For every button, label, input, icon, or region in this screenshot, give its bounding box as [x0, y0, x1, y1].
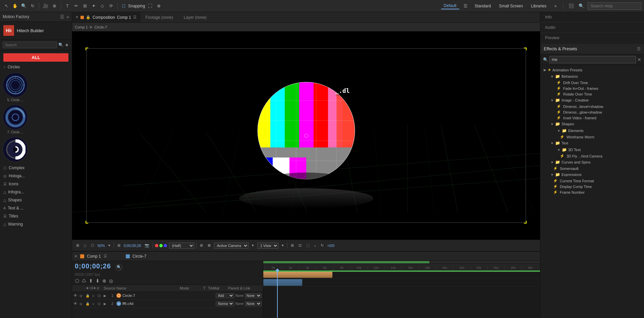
settings-icon[interactable]: ⬛	[568, 2, 575, 10]
category-item-infogra[interactable]: △ Infogra...	[0, 188, 72, 196]
bevel-shadow-item[interactable]: ⚡ Dimensi...bevel+shadow	[544, 104, 644, 109]
quality-select[interactable]: (Half) (Full) (Quarter)	[169, 243, 194, 249]
fade-in-out-item[interactable]: ⚡ Fade In+Out - frames	[544, 85, 644, 91]
breadcrumb-comp[interactable]: Comp 1	[75, 25, 88, 29]
audio-db[interactable]: +0/0	[327, 244, 334, 248]
help-search-input[interactable]	[588, 2, 641, 10]
rp-tab-audio[interactable]: Audio	[540, 22, 644, 33]
layer2-none-select[interactable]: None	[245, 301, 262, 306]
effects-search-input[interactable]	[549, 56, 636, 63]
rp-tab-info[interactable]: Info	[540, 12, 644, 22]
current-time[interactable]: 0;00;00;26	[75, 262, 111, 270]
hand-tool-icon[interactable]: ✋	[11, 2, 19, 10]
camera-tool-icon[interactable]: 🎥	[42, 2, 49, 10]
timeline-menu-icon[interactable]: ☰	[104, 254, 107, 258]
workspace-standard-btn[interactable]: Standard	[472, 3, 494, 9]
favorites-star-icon[interactable]: ★	[65, 42, 69, 48]
playhead[interactable]	[277, 270, 278, 318]
camera-dropdown-btn[interactable]: ▾	[251, 243, 255, 248]
rp-tab-preview[interactable]: Preview	[540, 33, 644, 43]
thumb-item-8[interactable]	[3, 137, 28, 163]
clip-layer1-main[interactable]	[263, 271, 332, 278]
viewport-3d-btn[interactable]: ⬡	[90, 243, 96, 248]
layer1-mode-select[interactable]: Add Normal	[216, 293, 234, 298]
thumb-item-5[interactable]: 5. Circle ...	[3, 72, 28, 102]
pen-tool-icon[interactable]: T	[64, 2, 71, 10]
snapping-options-icon[interactable]: ⛶	[147, 2, 154, 10]
workspace-small-screen-btn[interactable]: Small Screen	[496, 3, 526, 9]
fit-btn[interactable]: ⊞	[116, 243, 122, 248]
snapping-checkbox[interactable]: ☐	[120, 4, 127, 8]
audio-btn[interactable]: ♪	[313, 243, 318, 248]
3dfly-item[interactable]: ⚡ 3D Fly ...hind Camera	[550, 153, 644, 159]
timecode-value[interactable]: 0;00;00;26	[124, 244, 141, 248]
transparency-btn[interactable]: ⊞	[199, 243, 204, 248]
more-workspaces-icon[interactable]: »	[552, 2, 559, 10]
current-time-format-item[interactable]: ⚡ Current Time Format	[544, 178, 644, 184]
clone-tool-icon[interactable]: ✦	[90, 2, 97, 10]
glow-shadow-item[interactable]: ⚡ Dimensi...glow+shadow	[544, 109, 644, 115]
puppet-tool-icon[interactable]: ⟳	[107, 2, 115, 10]
tl-extract-btn[interactable]: ⬇	[95, 278, 100, 284]
composition-tab[interactable]: ✕ 🔒 Composition Comp 1 ☰	[72, 12, 140, 22]
workspace-options-icon[interactable]: ☰	[462, 2, 469, 10]
layer1-3d-icon[interactable]: ⬡	[98, 294, 102, 298]
overlay-btn[interactable]: ⬚	[305, 243, 311, 248]
wireframe-btn[interactable]: ⊡	[297, 243, 303, 248]
panel-menu-btn[interactable]: ☰	[60, 14, 64, 19]
search-icon[interactable]: 🔍	[578, 2, 585, 10]
eraser-tool-icon[interactable]: ◇	[99, 2, 106, 10]
layer2-shy-icon[interactable]: ☺	[92, 302, 96, 306]
tl-null-btn[interactable]: ⊕	[102, 278, 107, 284]
camera-snap-btn[interactable]: 📷	[143, 243, 151, 248]
region-btn[interactable]: ⊠	[206, 243, 212, 248]
tl-stagger-btn[interactable]: ⬡	[75, 278, 79, 284]
tl-solo-btn[interactable]: ◎	[109, 278, 113, 284]
category-item-shapes[interactable]: △ Shapes	[0, 196, 72, 204]
elements-header[interactable]: ▼ 📁 Elements	[550, 127, 644, 134]
render-btn[interactable]: ⊞	[289, 243, 295, 248]
timeline-tracks[interactable]	[263, 270, 540, 318]
brush-tool-icon[interactable]: ⊞	[81, 2, 89, 10]
view-dropdown-btn[interactable]: ▾	[280, 243, 285, 248]
drift-over-time-item[interactable]: ⚡ Drift Over Time	[544, 80, 644, 85]
text-section-header[interactable]: ▼ 📁 Text	[544, 140, 644, 146]
viewport-display-btn[interactable]: □	[83, 243, 88, 248]
tl-lift-btn[interactable]: ⬆	[89, 278, 93, 284]
comp-tab-close-icon[interactable]: ✕	[75, 15, 78, 19]
3dtext-header[interactable]: ▼ 📁 3D Text	[550, 146, 644, 153]
time-search-btn[interactable]: 🔍	[116, 264, 122, 271]
layer1-expand-icon[interactable]: ▶	[104, 294, 108, 298]
effects-presets-menu-icon[interactable]: ☰	[637, 47, 641, 51]
view-select[interactable]: 1 View	[257, 243, 278, 249]
camera-select[interactable]: Active Camera	[214, 243, 249, 249]
timeline-close-btn[interactable]: ✕	[74, 254, 77, 259]
layer2-eye-icon[interactable]: 👁	[73, 301, 78, 306]
clip-layer2[interactable]	[263, 279, 302, 286]
ep-search-clear-btn[interactable]: ✕	[637, 57, 641, 62]
layer1-solo-icon[interactable]: ◎	[79, 294, 84, 298]
category-item-circles[interactable]: ○ Circles	[0, 63, 72, 71]
thumb-item-7[interactable]: 7. Circle ...	[3, 105, 28, 134]
all-button[interactable]: ALL	[3, 53, 68, 62]
layer2-lock-icon[interactable]: 🔒	[86, 302, 90, 306]
category-item-text[interactable]: A Text & ...	[0, 204, 72, 212]
curves-header[interactable]: ▼ 📁 Curves and Spins	[544, 159, 644, 166]
category-item-icons[interactable]: ☰ Icons	[0, 180, 72, 188]
zoom-value[interactable]: 50%	[98, 244, 105, 248]
frame-number-item[interactable]: ⚡ Frame Number	[544, 189, 644, 195]
inset-video-item[interactable]: ⚡ Inset Video - framed	[544, 115, 644, 121]
category-item-complex[interactable]: ⬡ Complex	[0, 164, 72, 172]
footage-tab[interactable]: Footage (none)	[140, 12, 178, 22]
shape-tool-icon[interactable]: ✏	[72, 2, 80, 10]
workspace-default-btn[interactable]: Default	[441, 3, 459, 9]
tl-flow-btn[interactable]: ♺	[82, 278, 87, 284]
breadcrumb-layer[interactable]: Circle-7	[95, 25, 107, 29]
layer2-solo-icon[interactable]: ◎	[79, 302, 84, 306]
rotate-tool-icon[interactable]: ↻	[29, 2, 36, 10]
display-comp-time-item[interactable]: ⚡ Display Comp Time	[544, 184, 644, 189]
zoom-dropdown-btn[interactable]: ▾	[107, 243, 112, 248]
layer1-eye-icon[interactable]: 👁	[73, 293, 78, 298]
panel-collapse-btn[interactable]: »	[66, 14, 69, 19]
viewport[interactable]: _.dl	[72, 31, 540, 240]
